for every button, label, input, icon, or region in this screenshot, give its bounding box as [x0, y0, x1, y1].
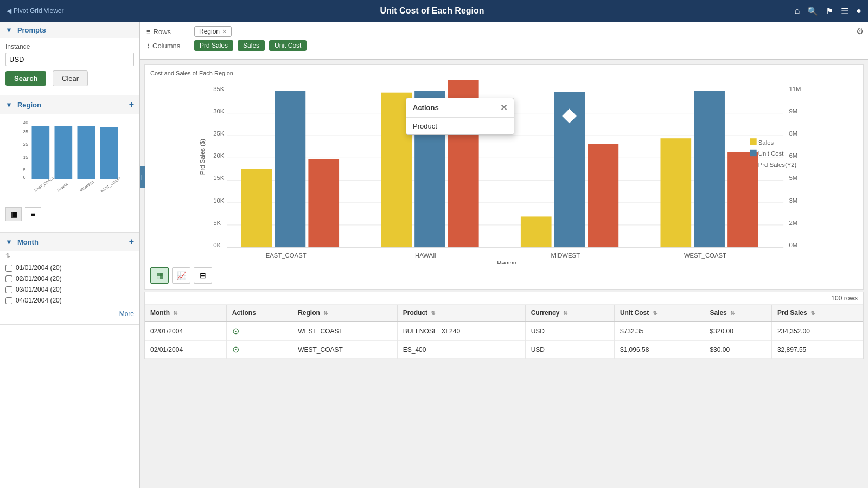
- mini-bar-hawaii: [55, 126, 73, 179]
- svg-text:EAST_COAST: EAST_COAST: [266, 252, 307, 259]
- bar-chart-icon-btn[interactable]: ▦: [5, 207, 22, 221]
- svg-text:10K: 10K: [213, 197, 225, 204]
- svg-text:Prd Sales(Y2): Prd Sales(Y2): [758, 162, 797, 168]
- month-checkbox-2[interactable]: [5, 275, 12, 282]
- col-header-unitcost[interactable]: Unit Cost ⇅: [614, 305, 704, 322]
- instance-input[interactable]: [5, 53, 134, 66]
- prompts-toggle-icon: ▼: [5, 26, 12, 34]
- collapse-handle[interactable]: ‖: [140, 166, 145, 188]
- data-table: Month ⇅ Actions Region ⇅ Product ⇅ Curre…: [145, 305, 863, 359]
- prompts-header[interactable]: ▼ Prompts: [0, 22, 139, 38]
- svg-text:9M: 9M: [789, 108, 797, 114]
- bar-westcoast-unitcost: [694, 91, 725, 247]
- svg-text:15: 15: [23, 155, 29, 160]
- svg-text:25K: 25K: [213, 130, 225, 137]
- cell-actions-2[interactable]: ⊙: [226, 341, 292, 359]
- row-count: 100 rows: [145, 292, 863, 305]
- col-header-sales[interactable]: Sales ⇅: [704, 305, 771, 322]
- bar-midwest-sales: [521, 216, 552, 247]
- month-checkbox-3[interactable]: [5, 286, 12, 293]
- page-title: Unit Cost of Each Region: [75, 6, 789, 16]
- search-button[interactable]: Search: [5, 71, 46, 86]
- month-label-1: 01/01/2004 (20): [16, 264, 62, 272]
- action-dropdown-icon-2[interactable]: ⊙: [232, 345, 239, 354]
- col-tag-sales[interactable]: Sales: [238, 40, 265, 51]
- svg-text:Region: Region: [497, 260, 516, 264]
- col-header-month[interactable]: Month ⇅: [145, 305, 226, 322]
- action-dropdown-icon-1[interactable]: ⊙: [232, 326, 239, 336]
- cell-unitcost-1: $732.35: [614, 322, 704, 341]
- rows-region-remove[interactable]: ✕: [222, 28, 227, 35]
- actions-modal-header: Actions ✕: [406, 98, 514, 118]
- table-header-row: Month ⇅ Actions Region ⇅ Product ⇅ Curre…: [145, 305, 863, 322]
- month-header[interactable]: ▼ Month +: [0, 233, 139, 251]
- col-tag-prdsales[interactable]: Prd Sales: [194, 40, 233, 51]
- chart-bottom-icons: ▦ 📈 ⊟: [150, 264, 858, 284]
- month-toggle-icon: ▼: [5, 238, 12, 246]
- table-chart-btn[interactable]: ⊟: [194, 267, 212, 284]
- actions-modal-close-button[interactable]: ✕: [500, 102, 507, 113]
- col-header-prdsales[interactable]: Prd Sales ⇅: [771, 305, 863, 322]
- more-link[interactable]: More: [0, 308, 139, 320]
- cell-actions-1[interactable]: ⊙: [226, 322, 292, 341]
- col-header-actions[interactable]: Actions: [226, 305, 292, 322]
- cell-prdsales-2: 32,897.55: [771, 341, 863, 359]
- svg-text:35K: 35K: [213, 86, 225, 92]
- svg-text:40: 40: [23, 120, 29, 125]
- svg-text:MIDWEST: MIDWEST: [551, 252, 580, 259]
- sidebar: ▼ Prompts Instance Search Clear ▼ Region: [0, 22, 140, 488]
- month-add-icon[interactable]: +: [129, 237, 134, 247]
- cell-prdsales-1: 234,352.00: [771, 322, 863, 341]
- bar-eastcoast-sales: [241, 169, 272, 247]
- col-header-region[interactable]: Region ⇅: [292, 305, 398, 322]
- month-checkbox-4[interactable]: [5, 297, 12, 304]
- chart-title: Cost and Sales of Each Region: [150, 70, 858, 76]
- region-add-icon[interactable]: +: [129, 100, 134, 110]
- cell-product-1: BULLNOSE_XL240: [397, 322, 525, 341]
- month-checkbox-1[interactable]: [5, 265, 12, 272]
- month-item-1: 01/01/2004 (20): [5, 262, 134, 273]
- svg-text:MIDWEST: MIDWEST: [79, 179, 95, 192]
- columns-icon: ⌇: [146, 42, 150, 50]
- col-tag-unitcost[interactable]: Unit Cost: [269, 40, 307, 51]
- svg-text:35: 35: [23, 129, 29, 134]
- home-icon[interactable]: ⌂: [795, 6, 800, 16]
- rows-row: ≡ Rows Region ✕: [146, 26, 861, 37]
- region-header[interactable]: ▼ Region +: [0, 95, 139, 114]
- cell-region-2: WEST_COAST: [292, 341, 398, 359]
- cell-month-2: 02/01/2004: [145, 341, 226, 359]
- month-label-3: 03/01/2004 (20): [16, 286, 62, 293]
- sort-icon: ⇅: [0, 251, 139, 260]
- user-icon[interactable]: ●: [856, 6, 861, 16]
- col-header-currency[interactable]: Currency ⇅: [525, 305, 614, 322]
- list-icon-btn[interactable]: ≡: [25, 207, 41, 221]
- month-label: Month: [17, 238, 39, 246]
- svg-text:6M: 6M: [789, 152, 797, 159]
- search-icon[interactable]: 🔍: [807, 6, 818, 16]
- line-chart-btn[interactable]: 📈: [172, 267, 190, 284]
- bar-chart-btn[interactable]: ▦: [150, 267, 169, 284]
- prompts-content: Instance Search Clear: [0, 38, 139, 91]
- clear-button[interactable]: Clear: [53, 70, 88, 86]
- actions-modal: Actions ✕ Product: [406, 98, 514, 135]
- back-button[interactable]: ◀ Pivot Grid Viewer: [7, 7, 69, 15]
- month-list: 01/01/2004 (20) 02/01/2004 (20) 03/01/20…: [0, 260, 139, 308]
- month-section: ▼ Month + ⇅ 01/01/2004 (20) 02/01/2004 (…: [0, 233, 139, 325]
- svg-text:11M: 11M: [789, 86, 801, 92]
- flag-icon[interactable]: ⚑: [826, 6, 833, 16]
- columns-row: ⌇ Columns Prd Sales Sales Unit Cost: [146, 40, 861, 51]
- svg-rect-41: [750, 138, 756, 145]
- region-chart-area: 40 35 25 15 5 0 EAST_COAST HAWAII: [0, 114, 139, 228]
- svg-rect-45: [750, 160, 756, 167]
- svg-text:3M: 3M: [789, 197, 797, 204]
- col-header-product[interactable]: Product ⇅: [397, 305, 525, 322]
- month-item-4: 04/01/2004 (20): [5, 295, 134, 306]
- svg-text:WEST_COAST: WEST_COAST: [684, 252, 726, 259]
- rows-region-tag: Region ✕: [194, 26, 232, 37]
- menu-icon[interactable]: ☰: [841, 6, 848, 16]
- region-mini-chart: 40 35 25 15 5 0 EAST_COAST HAWAII: [5, 118, 134, 205]
- settings-gear-icon[interactable]: ⚙: [856, 26, 864, 36]
- header-icons: ⌂ 🔍 ⚑ ☰ ●: [795, 6, 861, 16]
- cell-month-1: 02/01/2004: [145, 322, 226, 341]
- actions-modal-product-item[interactable]: Product: [406, 118, 514, 134]
